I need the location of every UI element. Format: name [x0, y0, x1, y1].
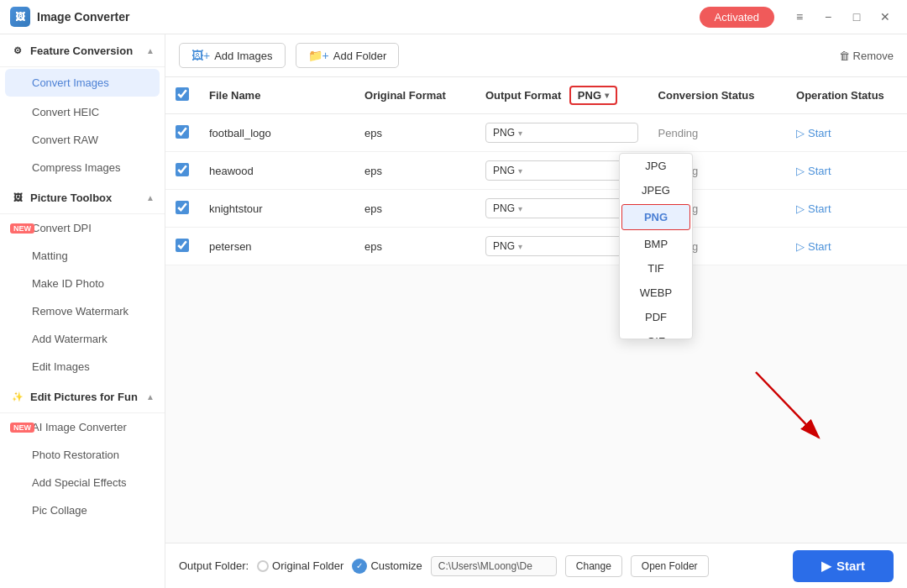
sidebar-item-convert-dpi[interactable]: NEW Convert DPI: [0, 214, 165, 242]
edit-pictures-chevron: ▲: [146, 392, 155, 402]
row1-out-format-cell: PNG ▾: [475, 114, 648, 152]
dropdown-item-webp[interactable]: WEBP: [620, 281, 692, 305]
row2-format-select[interactable]: PNG ▾: [485, 160, 638, 181]
files-table: File Name Original Format Output Format …: [165, 77, 907, 265]
th-filename: File Name: [199, 77, 354, 114]
bottom-bar-left: Output Folder: Original Folder ✓ Customi…: [179, 555, 709, 577]
row1-check-cell: [165, 114, 199, 152]
dropdown-item-bmp[interactable]: BMP: [620, 232, 692, 256]
table-row: football_logo eps PNG ▾ Pending: [165, 114, 907, 152]
sidebar-item-convert-heic[interactable]: Convert HEIC: [0, 98, 165, 126]
new-badge-ai-image: NEW: [10, 423, 34, 433]
row4-start-button[interactable]: ▷ Start: [796, 240, 831, 253]
row3-start-icon: ▷: [796, 202, 805, 215]
row2-orig-format: eps: [354, 152, 475, 190]
row4-checkbox[interactable]: [176, 239, 189, 252]
select-all-checkbox[interactable]: [176, 87, 189, 101]
row4-format-select[interactable]: PNG ▾: [485, 236, 638, 256]
sidebar-item-photo-restoration[interactable]: Photo Restoration: [0, 441, 165, 469]
menu-button[interactable]: ≡: [788, 5, 811, 29]
picture-toolbox-icon: 🖼: [10, 190, 25, 205]
row4-format-arrow-icon: ▾: [518, 242, 522, 251]
add-folder-icon: 📁+: [308, 49, 329, 62]
original-folder-radio[interactable]: [257, 560, 269, 572]
sidebar-item-edit-images[interactable]: Edit Images: [0, 353, 165, 381]
dropdown-item-png[interactable]: PNG: [621, 204, 690, 230]
sidebar-item-add-special-effects[interactable]: Add Special Effects: [0, 469, 165, 496]
main-layout: ⚙ Feature Conversion ▲ Convert Images Co…: [0, 34, 907, 588]
bottom-bar: Output Folder: Original Folder ✓ Customi…: [165, 543, 907, 588]
dropdown-item-gif[interactable]: GIF: [620, 329, 692, 339]
table-header: File Name Original Format Output Format …: [165, 77, 907, 114]
change-button[interactable]: Change: [565, 555, 622, 577]
sidebar-item-pic-collage[interactable]: Pic Collage: [0, 496, 165, 524]
customize-option[interactable]: ✓ Customize: [352, 559, 422, 574]
dropdown-item-jpeg[interactable]: JPEG: [620, 178, 692, 202]
row2-start-button[interactable]: ▷ Start: [796, 165, 831, 177]
add-folder-button[interactable]: 📁+ Add Folder: [296, 43, 400, 68]
row1-format-value: PNG: [493, 127, 515, 139]
feature-conversion-chevron: ▲: [146, 46, 155, 55]
close-button[interactable]: ✕: [873, 5, 897, 29]
minimize-button[interactable]: −: [816, 5, 840, 29]
sidebar-section-header-edit-pictures[interactable]: ✨ Edit Pictures for Fun ▲: [0, 381, 165, 413]
row1-start-button[interactable]: ▷ Start: [796, 127, 831, 139]
activated-button[interactable]: Activated: [700, 7, 774, 28]
row3-operation-status: ▷ Start: [786, 190, 907, 228]
dropdown-item-tif[interactable]: TIF: [620, 256, 692, 281]
row4-check-cell: [165, 228, 199, 265]
row3-start-button[interactable]: ▷ Start: [796, 202, 831, 215]
row3-format-select[interactable]: PNG ▾: [485, 198, 638, 218]
sidebar-item-matting[interactable]: Matting: [0, 242, 165, 270]
maximize-button[interactable]: □: [845, 5, 868, 29]
row1-format-arrow-icon: ▾: [518, 129, 522, 138]
row4-start-icon: ▷: [796, 240, 805, 253]
row1-operation-status: ▷ Start: [786, 114, 907, 152]
row1-format-select[interactable]: PNG ▾: [485, 123, 638, 143]
sidebar-section-picture-toolbox: 🖼 Picture Toolbox ▲ NEW Convert DPI Matt…: [0, 181, 165, 381]
start-main-button[interactable]: ▶ Start: [793, 550, 894, 582]
row3-checkbox[interactable]: [176, 201, 189, 214]
window-controls: ≡ − □ ✕: [788, 5, 897, 29]
sidebar-item-convert-images[interactable]: Convert Images: [5, 69, 160, 97]
row4-format-value: PNG: [493, 240, 515, 252]
add-images-button[interactable]: 🖼+ Add Images: [179, 43, 286, 68]
output-format-selector[interactable]: PNG ▾: [569, 86, 617, 105]
app-title: Image Converter: [37, 10, 129, 24]
sidebar: ⚙ Feature Conversion ▲ Convert Images Co…: [0, 34, 165, 588]
sidebar-item-remove-watermark[interactable]: Remove Watermark: [0, 297, 165, 325]
table-body: football_logo eps PNG ▾ Pending: [165, 114, 907, 265]
row2-operation-status: ▷ Start: [786, 152, 907, 190]
row1-start-icon: ▷: [796, 127, 805, 139]
customize-icon: ✓: [352, 559, 367, 574]
sidebar-section-feature-conversion: ⚙ Feature Conversion ▲ Convert Images Co…: [0, 34, 165, 181]
dropdown-inner: JPG JPEG PNG BMP TIF WEBP PDF GIF: [620, 154, 692, 339]
output-path-input[interactable]: [431, 556, 557, 576]
row2-format-arrow-icon: ▾: [518, 166, 522, 176]
remove-icon: 🗑: [839, 50, 850, 62]
row2-checkbox[interactable]: [176, 163, 189, 176]
sidebar-item-make-id-photo[interactable]: Make ID Photo: [0, 270, 165, 297]
row3-orig-format: eps: [354, 190, 475, 228]
row3-check-cell: [165, 190, 199, 228]
remove-button[interactable]: 🗑 Remove: [839, 50, 894, 62]
row1-orig-format: eps: [354, 114, 475, 152]
sidebar-section-header-feature-conversion[interactable]: ⚙ Feature Conversion ▲: [0, 34, 165, 67]
original-folder-option[interactable]: Original Folder: [257, 559, 343, 572]
sidebar-item-add-watermark[interactable]: Add Watermark: [0, 325, 165, 353]
sidebar-item-compress-images[interactable]: Compress Images: [0, 154, 165, 181]
row1-checkbox[interactable]: [176, 125, 189, 139]
open-folder-button[interactable]: Open Folder: [631, 555, 709, 577]
th-checkbox: [165, 77, 199, 114]
sidebar-item-convert-raw[interactable]: Convert RAW: [0, 126, 165, 154]
svg-line-1: [756, 372, 819, 438]
sidebar-item-ai-image-converter[interactable]: NEW AI Image Converter: [0, 413, 165, 441]
feature-conversion-icon: ⚙: [10, 43, 25, 58]
table-row: petersen eps PNG ▾ Pending: [165, 228, 907, 265]
dropdown-item-jpg[interactable]: JPG: [620, 154, 692, 178]
dropdown-item-pdf[interactable]: PDF: [620, 305, 692, 329]
row3-format-value: PNG: [493, 202, 515, 214]
toolbar-left: 🖼+ Add Images 📁+ Add Folder: [179, 43, 399, 68]
sidebar-section-header-picture-toolbox[interactable]: 🖼 Picture Toolbox ▲: [0, 181, 165, 214]
sidebar-section-edit-pictures: ✨ Edit Pictures for Fun ▲ NEW AI Image C…: [0, 381, 165, 524]
